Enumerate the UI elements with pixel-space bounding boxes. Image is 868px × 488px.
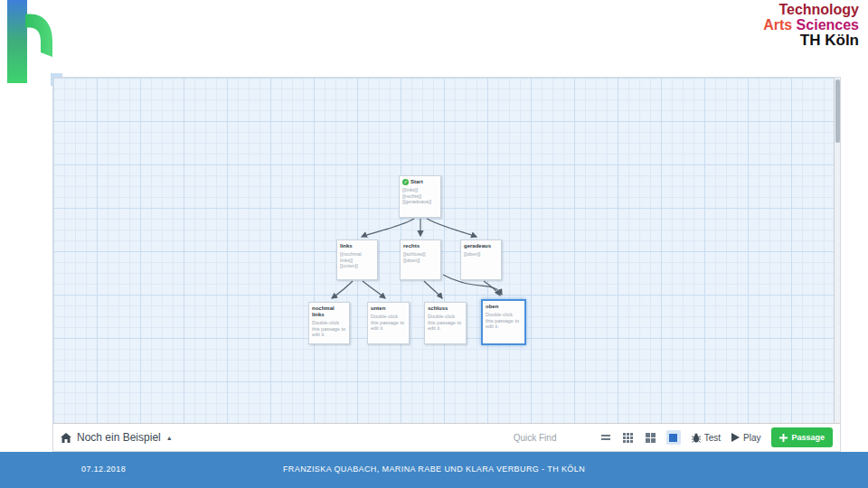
zoom-small-icon[interactable] — [621, 430, 636, 445]
start-rocket-icon: ✓ — [402, 179, 409, 185]
passage-title: geradeaus — [464, 243, 498, 249]
passage-link-arrows — [53, 78, 840, 423]
template-logo-graphic — [7, 0, 63, 89]
passage-title: links — [340, 243, 374, 249]
passage-excerpt: Double-click this passage to edit it. — [371, 314, 406, 332]
toolbar-actions: Test Play Passage — [512, 427, 833, 447]
scrollbar-thumb[interactable] — [835, 80, 840, 143]
passage-excerpt: Double-click this passage to edit it. — [486, 312, 522, 330]
footer-credits: FRANZISKA QUABACH, MARINA RABE UND KLARA… — [283, 465, 585, 474]
passage-title: unten — [371, 305, 406, 312]
passage-node-nochmal-links[interactable]: nochmal links Double-click this passage … — [308, 302, 350, 344]
story-title: Noch ein Beispiel — [77, 431, 161, 444]
test-button[interactable]: Test — [692, 433, 721, 443]
passage-title: rechts — [403, 243, 438, 249]
play-icon — [731, 433, 740, 442]
play-button[interactable]: Play — [731, 433, 760, 443]
passage-node-unten[interactable]: unten Double-click this passage to edit … — [367, 302, 410, 344]
brand-line-th-koeln: TH Köln — [763, 33, 859, 48]
passage-excerpt: [[links]] [[rechts]] [[geradeaus]] — [402, 187, 438, 205]
passage-excerpt: [[schluss]] [[oben]] — [403, 251, 438, 263]
passage-excerpt: Double-click this passage to edit it. — [312, 320, 346, 338]
twine-editor-screenshot: ✓ Start [[links]] [[rechts]] [[geradeaus… — [52, 77, 841, 452]
twine-toolbar: Noch ein Beispiel ▲ — [53, 423, 840, 451]
passage-title: nochmal links — [312, 305, 346, 318]
passage-excerpt: Double-click this passage to edit it. — [428, 314, 463, 332]
story-map-canvas[interactable]: ✓ Start [[links]] [[rechts]] [[geradeaus… — [53, 78, 840, 423]
new-passage-button[interactable]: Passage — [771, 427, 833, 447]
zoom-full-icon[interactable] — [666, 430, 681, 445]
presentation-slide: Technology Arts Sciences TH Köln — [0, 0, 868, 488]
bug-icon — [692, 433, 701, 443]
brand-line-technology: Technology — [763, 2, 859, 17]
passage-excerpt: [[oben]] — [464, 251, 498, 258]
zoom-medium-icon[interactable] — [644, 430, 658, 445]
passage-node-oben[interactable]: oben Double-click this passage to edit i… — [481, 299, 526, 345]
brand-line-arts-sciences: Arts Sciences — [763, 17, 859, 33]
passage-title: oben — [486, 304, 522, 310]
th-koeln-brand: Technology Arts Sciences TH Köln — [763, 2, 859, 48]
passage-node-geradeaus[interactable]: geradeaus [[oben]] — [460, 239, 502, 280]
zoom-smallest-icon[interactable] — [599, 430, 613, 445]
passage-node-schluss[interactable]: schluss Double-click this passage to edi… — [424, 302, 467, 344]
quick-find-input[interactable] — [512, 432, 588, 444]
passage-node-start[interactable]: ✓ Start [[links]] [[rechts]] [[geradeaus… — [399, 175, 441, 218]
passage-node-links[interactable]: links [[nochmal links]] [[unten]] — [336, 239, 378, 280]
passage-excerpt: [[nochmal links]] [[unten]] — [340, 251, 374, 269]
home-icon — [61, 433, 71, 443]
story-menu[interactable]: Noch ein Beispiel ▲ — [61, 431, 173, 444]
passage-node-rechts[interactable]: rechts [[schluss]] [[oben]] — [400, 239, 441, 280]
passage-title: ✓ Start — [402, 179, 438, 185]
passage-title: schluss — [428, 305, 463, 312]
footer-date: 07.12.2018 — [81, 465, 126, 474]
slide-footer: 07.12.2018 FRANZISKA QUABACH, MARINA RAB… — [0, 452, 868, 488]
caret-up-icon: ▲ — [166, 435, 173, 441]
plus-icon — [779, 434, 788, 442]
zoom-level-buttons — [599, 430, 681, 445]
vertical-scrollbar[interactable] — [834, 78, 840, 423]
